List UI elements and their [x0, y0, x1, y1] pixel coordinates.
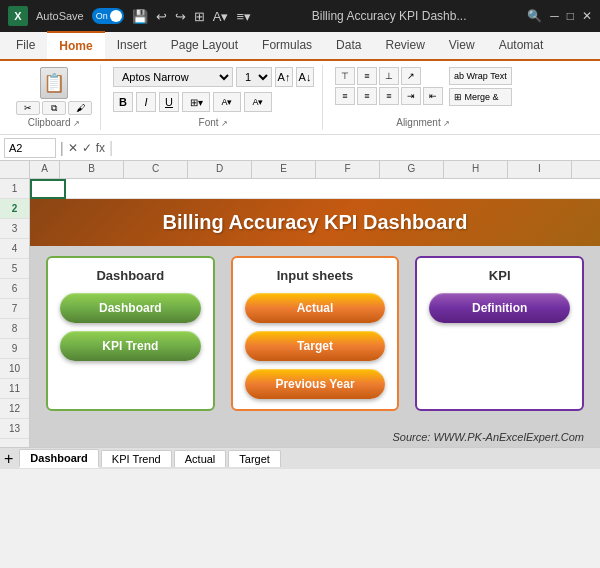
previous-year-button[interactable]: Previous Year [245, 369, 386, 399]
sheet-tab-kpi-trend[interactable]: KPI Trend [101, 450, 172, 467]
align-center[interactable]: ≡ [357, 87, 377, 105]
row-9[interactable]: 9 [0, 339, 29, 359]
col-header-c[interactable]: C [124, 161, 188, 178]
row-4[interactable]: 4 [0, 239, 29, 259]
autosave-label: AutoSave [36, 10, 84, 22]
dashboard-button[interactable]: Dashboard [60, 293, 201, 323]
main-content: Billing Accuracy KPI Dashboard Dashboard… [30, 179, 600, 447]
window-close[interactable]: ✕ [582, 9, 592, 23]
col-header-b[interactable]: B [60, 161, 124, 178]
kpi-trend-button[interactable]: KPI Trend [60, 331, 201, 361]
tab-review[interactable]: Review [373, 32, 436, 59]
underline-button[interactable]: U [159, 92, 179, 112]
decrease-font-size[interactable]: A↓ [296, 67, 314, 87]
italic-button[interactable]: I [136, 92, 156, 112]
copy-button[interactable]: ⧉ [42, 101, 66, 115]
ribbon-group-alignment: ⊤ ≡ ⊥ ↗ ≡ ≡ ≡ ⇥ ⇤ ab Wrap Text ⊞ Merge &… [327, 65, 520, 130]
col-header-a[interactable]: A [30, 161, 60, 178]
align-left[interactable]: ≡ [335, 87, 355, 105]
merge-button[interactable]: ⊞ Merge & [449, 88, 512, 106]
row-11[interactable]: 11 [0, 379, 29, 399]
window-maximize[interactable]: □ [567, 9, 574, 23]
format-painter[interactable]: 🖌 [68, 101, 92, 115]
col-header-g[interactable]: G [380, 161, 444, 178]
font-size-select[interactable]: 11 [236, 67, 272, 87]
toolbar-icon-font-color[interactable]: A▾ [213, 9, 229, 24]
align-bottom[interactable]: ⊥ [379, 67, 399, 85]
tab-view[interactable]: View [437, 32, 487, 59]
row-2[interactable]: 2 [0, 199, 29, 219]
orientation-button[interactable]: ↗ [401, 67, 421, 85]
fill-color-button[interactable]: A▾ [213, 92, 241, 112]
dashboard-container: Billing Accuracy KPI Dashboard Dashboard… [30, 199, 600, 447]
align-top[interactable]: ⊤ [335, 67, 355, 85]
col-header-row: A B C D E F G H I [0, 161, 600, 179]
window-search-icon[interactable]: 🔍 [527, 9, 542, 23]
col-header-d[interactable]: D [188, 161, 252, 178]
tab-automate[interactable]: Automat [487, 32, 556, 59]
increase-font-size[interactable]: A↑ [275, 67, 293, 87]
toolbar-icon-grid[interactable]: ⊞ [194, 9, 205, 24]
tab-home[interactable]: Home [47, 31, 104, 59]
row-5[interactable]: 5 [0, 259, 29, 279]
row-6[interactable]: 6 [0, 279, 29, 299]
cancel-formula-icon[interactable]: ✕ [68, 141, 78, 155]
tab-data[interactable]: Data [324, 32, 373, 59]
col-header-i[interactable]: I [508, 161, 572, 178]
toolbar-icon-save[interactable]: 💾 [132, 9, 148, 24]
row-12[interactable]: 12 [0, 399, 29, 419]
formula-input[interactable] [117, 142, 596, 154]
autosave-toggle[interactable]: On [92, 8, 124, 24]
row-1[interactable]: 1 [0, 179, 29, 199]
paste-button[interactable]: 📋 [40, 67, 68, 99]
bold-button[interactable]: B [113, 92, 133, 112]
ribbon-group-clipboard: 📋 ✂ ⧉ 🖌 Clipboard ↗ [8, 65, 101, 130]
formula-divider: | [60, 140, 64, 156]
sheet-tab-bar: + Dashboard KPI Trend Actual Target [0, 447, 600, 469]
align-right[interactable]: ≡ [379, 87, 399, 105]
row-10[interactable]: 10 [0, 359, 29, 379]
sheet-tab-dashboard[interactable]: Dashboard [19, 449, 98, 468]
sheet-tab-target[interactable]: Target [228, 450, 281, 467]
outdent-button[interactable]: ⇤ [423, 87, 443, 105]
tab-insert[interactable]: Insert [105, 32, 159, 59]
row-13[interactable]: 13 [0, 419, 29, 439]
ribbon-tabs: File Home Insert Page Layout Formulas Da… [0, 32, 600, 61]
wrap-text-button[interactable]: ab Wrap Text [449, 67, 512, 85]
row-8[interactable]: 8 [0, 319, 29, 339]
toolbar-icon-more[interactable]: ≡▾ [236, 9, 251, 24]
actual-button[interactable]: Actual [245, 293, 386, 323]
font-label: Font ↗ [199, 115, 229, 128]
definition-button[interactable]: Definition [429, 293, 570, 323]
row-3[interactable]: 3 [0, 219, 29, 239]
tab-file[interactable]: File [4, 32, 47, 59]
borders-button[interactable]: ⊞▾ [182, 92, 210, 112]
col-header-e[interactable]: E [252, 161, 316, 178]
font-name-select[interactable]: Aptos Narrow [113, 67, 233, 87]
dashboard-nav-buttons: Dashboard KPI Trend [60, 293, 201, 361]
col-header-h[interactable]: H [444, 161, 508, 178]
indent-button[interactable]: ⇥ [401, 87, 421, 105]
selected-cell-a2 [30, 179, 66, 199]
toggle-on-text: On [96, 11, 108, 21]
input-section-title: Input sheets [245, 268, 386, 283]
dashboard-header: Billing Accuracy KPI Dashboard [30, 199, 600, 246]
window-minimize[interactable]: ─ [550, 9, 559, 23]
align-middle[interactable]: ≡ [357, 67, 377, 85]
title-bar: X AutoSave On 💾 ↩ ↪ ⊞ A▾ ≡▾ Billing Accu… [0, 0, 600, 32]
sheet-tab-actual[interactable]: Actual [174, 450, 227, 467]
row-7[interactable]: 7 [0, 299, 29, 319]
cell-reference-box[interactable]: A2 [4, 138, 56, 158]
cut-button[interactable]: ✂ [16, 101, 40, 115]
toolbar-icon-redo[interactable]: ↪ [175, 9, 186, 24]
tab-formulas[interactable]: Formulas [250, 32, 324, 59]
confirm-formula-icon[interactable]: ✓ [82, 141, 92, 155]
target-button[interactable]: Target [245, 331, 386, 361]
tab-page-layout[interactable]: Page Layout [159, 32, 250, 59]
toolbar-icon-undo[interactable]: ↩ [156, 9, 167, 24]
insert-function-icon[interactable]: fx [96, 141, 105, 155]
add-sheet-button[interactable]: + [4, 450, 13, 468]
col-header-f[interactable]: F [316, 161, 380, 178]
window-title: Billing Accuracy KPI Dashb... [259, 9, 519, 23]
font-color-button[interactable]: A▾ [244, 92, 272, 112]
